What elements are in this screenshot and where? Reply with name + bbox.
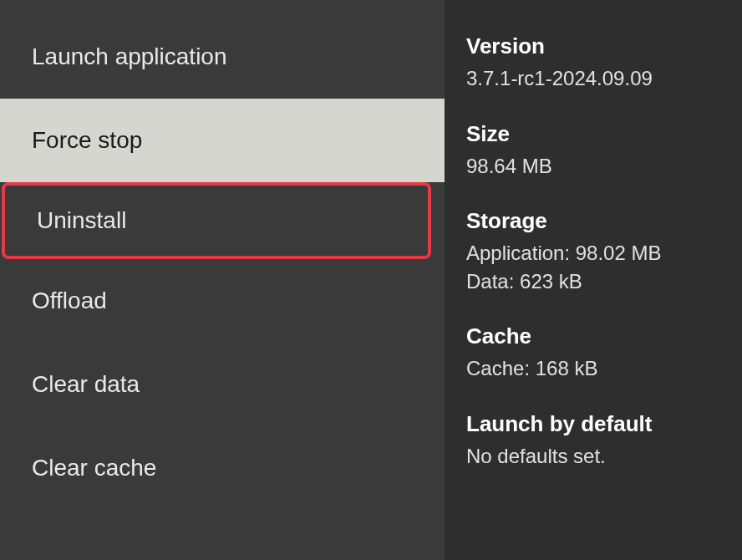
cache-value: Cache: 168 kB (466, 354, 720, 383)
launch-default-value: No defaults set. (466, 442, 720, 471)
info-block-storage: Storage Application: 98.02 MB Data: 623 … (466, 208, 720, 295)
storage-label: Storage (466, 208, 720, 234)
info-block-launch-default: Launch by default No defaults set. (466, 411, 720, 471)
size-label: Size (466, 121, 720, 147)
app-info-panel: Version 3.7.1-rc1-2024.09.09 Size 98.64 … (445, 0, 742, 560)
menu-item-clear-cache[interactable]: Clear cache (0, 426, 445, 510)
info-block-cache: Cache Cache: 168 kB (466, 323, 720, 383)
menu-item-clear-data[interactable]: Clear data (0, 343, 445, 426)
menu-item-label: Clear cache (32, 455, 156, 481)
version-label: Version (466, 33, 720, 59)
menu-item-force-stop[interactable]: Force stop (0, 99, 445, 182)
version-value: 3.7.1-rc1-2024.09.09 (466, 64, 720, 93)
menu-item-label: Clear data (32, 371, 140, 398)
storage-application-value: Application: 98.02 MB (466, 239, 720, 267)
menu-item-label: Offload (32, 288, 107, 314)
menu-item-label: Force stop (32, 127, 142, 154)
menu-item-offload[interactable]: Offload (0, 259, 445, 343)
launch-default-label: Launch by default (466, 411, 720, 437)
size-value: 98.64 MB (466, 152, 720, 181)
info-block-size: Size 98.64 MB (466, 121, 720, 181)
menu-item-label: Launch application (32, 43, 227, 70)
menu-item-launch-application[interactable]: Launch application (0, 15, 445, 99)
menu-item-uninstall[interactable]: Uninstall (2, 182, 431, 259)
cache-label: Cache (466, 323, 720, 349)
info-block-version: Version 3.7.1-rc1-2024.09.09 (466, 33, 720, 93)
storage-data-value: Data: 623 kB (466, 267, 720, 296)
app-actions-menu: Launch application Force stop Uninstall … (0, 0, 445, 560)
menu-item-label: Uninstall (37, 207, 126, 234)
